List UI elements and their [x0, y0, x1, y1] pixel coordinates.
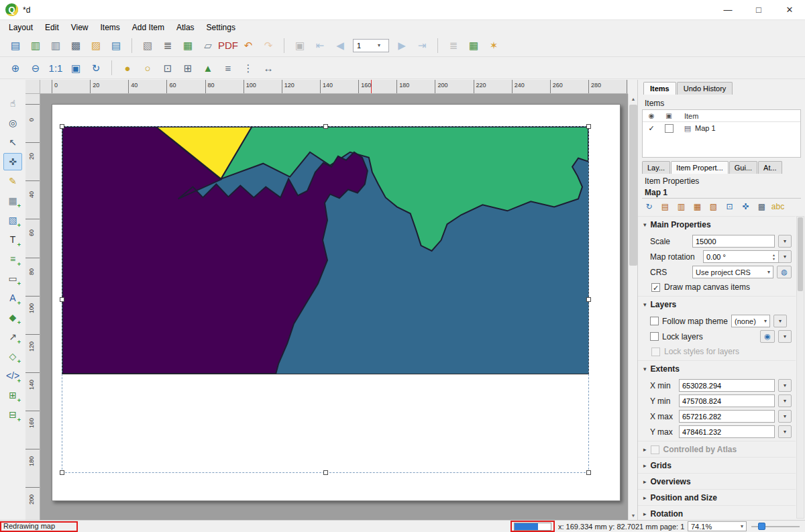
selection-handle[interactable] [60, 297, 64, 302]
zoom-actual-button[interactable]: 1:1 [47, 59, 64, 76]
set-layer-list-button[interactable]: ◉ [760, 330, 775, 343]
new-layout-button[interactable]: ▥ [27, 37, 44, 54]
selection-handle[interactable] [60, 470, 64, 475]
zoom-level-combo[interactable]: 74.1% ▾ [688, 521, 747, 531]
close-button[interactable]: ✕ [774, 0, 805, 19]
export-atlas-button[interactable]: ▦ [465, 37, 482, 54]
move-content-button[interactable]: ✜ [739, 199, 753, 213]
map-theme-combo[interactable]: (none) ▾ [731, 315, 770, 327]
slider-handle[interactable] [758, 523, 765, 530]
selection-handle[interactable] [586, 470, 591, 475]
data-defined-button[interactable]: ▾ [773, 315, 787, 327]
data-defined-button[interactable]: ▾ [778, 235, 792, 248]
add-node-item-tool[interactable]: ◇ + [3, 348, 22, 365]
scrollbar-thumb[interactable] [629, 105, 637, 266]
layout-manager-button[interactable]: ▩ [67, 37, 85, 54]
lock-selected-items-button[interactable]: ● [119, 59, 136, 76]
zoom-slider[interactable] [751, 521, 800, 531]
set-scale-to-canvas-button[interactable]: ▦ [690, 199, 704, 213]
dock-tab-items[interactable]: Items [643, 82, 676, 95]
refresh-view-button[interactable]: ↻ [87, 59, 105, 76]
zoom-in-button[interactable]: ⊕ [7, 59, 24, 76]
redo-button[interactable]: ↷ [260, 37, 277, 54]
maximize-button[interactable]: □ [743, 0, 774, 19]
add-fixed-table-tool[interactable]: ⊟ + [3, 406, 22, 423]
tab-item-properties[interactable]: Item Propert... [671, 161, 729, 174]
selection-handle[interactable] [586, 297, 591, 302]
add-html-tool[interactable]: </> + [3, 367, 22, 384]
save-project-button[interactable]: ▤ [7, 37, 24, 54]
scroll-up-icon[interactable]: ▲ [629, 94, 638, 103]
dock-tab-undo-history[interactable]: Undo History [677, 82, 733, 95]
export-pdf-button[interactable]: PDF [219, 37, 237, 54]
data-defined-button[interactable]: ▾ [778, 379, 792, 392]
refresh-map-preview-button[interactable]: ↻ [642, 199, 656, 213]
export-svg-button[interactable]: ▱ [199, 37, 217, 54]
data-defined-button[interactable]: ▾ [778, 330, 792, 343]
labeling-settings-button[interactable]: abc [771, 199, 785, 213]
add-picture-tool[interactable]: ▧ + [3, 211, 22, 229]
selection-handle[interactable] [323, 470, 328, 475]
menu-settings[interactable]: Settings [201, 21, 241, 34]
set-extent-to-canvas-button[interactable]: ▤ [658, 199, 672, 213]
x-min-input[interactable] [679, 379, 775, 392]
scrollbar-thumb[interactable] [798, 217, 803, 291]
section-main-properties[interactable]: ▾ Main Properties [638, 216, 796, 232]
atlas-page-spinbox[interactable]: ▾ [353, 39, 389, 52]
zoom-tool[interactable]: ◎ [3, 114, 22, 131]
item-row-map-1[interactable]: ✓ ▤ Map 1 [643, 122, 800, 134]
scroll-down-icon[interactable]: ▼ [629, 511, 638, 520]
move-item-content-tool[interactable]: ✜ [3, 153, 22, 170]
y-min-input[interactable] [679, 394, 775, 407]
minimize-button[interactable]: — [712, 0, 743, 19]
draw-canvas-items-checkbox[interactable]: ✓ [651, 283, 660, 292]
spinner-arrows-icon[interactable]: ▴▾ [773, 253, 775, 261]
selection-handle[interactable] [323, 124, 328, 129]
scale-input[interactable] [692, 235, 775, 248]
section-rotation[interactable]: ▸ Rotation [638, 505, 796, 520]
export-image-button[interactable]: ▦ [179, 37, 197, 54]
menu-items[interactable]: Items [95, 21, 126, 34]
section-layers[interactable]: ▾ Layers [638, 296, 796, 312]
zoom-out-button[interactable]: ⊖ [27, 59, 44, 76]
x-max-input[interactable] [679, 410, 775, 423]
tab-guides[interactable]: Gui... [729, 161, 757, 174]
data-defined-button[interactable]: ▾ [778, 425, 792, 438]
preview-atlas-button[interactable]: ▣ [291, 37, 309, 54]
view-extent-in-canvas-button[interactable]: ▥ [674, 199, 688, 213]
data-defined-button[interactable]: ▾ [778, 394, 792, 407]
section-extents[interactable]: ▾ Extents [638, 360, 796, 376]
visibility-checkmark[interactable]: ✓ [643, 124, 660, 133]
data-defined-button[interactable]: ▾ [778, 410, 792, 423]
zoom-full-button[interactable]: ▣ [67, 59, 85, 76]
tab-atlas[interactable]: At... [758, 161, 782, 174]
add-attribute-table-tool[interactable]: ⊞ + [3, 386, 22, 404]
pan-layout-tool[interactable]: ☝ [3, 95, 22, 112]
raise-items-button[interactable]: ▲ [199, 59, 217, 76]
unlock-all-items-button[interactable]: ○ [139, 59, 156, 76]
lock-styles-checkbox[interactable] [651, 348, 660, 356]
interactive-extent-button[interactable]: ⊡ [722, 199, 737, 213]
print-button[interactable]: ≣ [159, 37, 176, 54]
save-as-template-button[interactable]: ▤ [107, 37, 125, 54]
follow-map-theme-checkbox[interactable] [650, 317, 659, 325]
select-move-item-tool[interactable]: ↖ [3, 134, 22, 151]
lock-layers-checkbox[interactable] [650, 332, 659, 341]
y-max-input[interactable] [679, 425, 775, 438]
menu-add-item[interactable]: Add Item [126, 21, 170, 34]
section-controlled-by-atlas[interactable]: ▸ Controlled by Atlas [638, 441, 796, 457]
add-arrow-tool[interactable]: ↗ + [3, 328, 22, 345]
select-crs-button[interactable]: ◍ [777, 266, 792, 278]
menu-edit[interactable]: Edit [39, 21, 65, 34]
view-scale-in-canvas-button[interactable]: ▧ [706, 199, 720, 213]
spinbox-arrow-icon[interactable]: ▾ [378, 42, 380, 48]
undo-button[interactable]: ↶ [239, 37, 257, 54]
export-template-button[interactable]: ▧ [139, 37, 156, 54]
add-map-tool[interactable]: ▦ + [3, 192, 22, 209]
duplicate-layout-button[interactable]: ▥ [47, 37, 64, 54]
layout-canvas[interactable] [40, 94, 628, 520]
map-rotation-input[interactable] [703, 250, 782, 263]
selection-handle[interactable] [60, 124, 64, 129]
section-overviews[interactable]: ▸ Overviews [638, 473, 796, 489]
add-label-tool[interactable]: T + [3, 231, 22, 248]
